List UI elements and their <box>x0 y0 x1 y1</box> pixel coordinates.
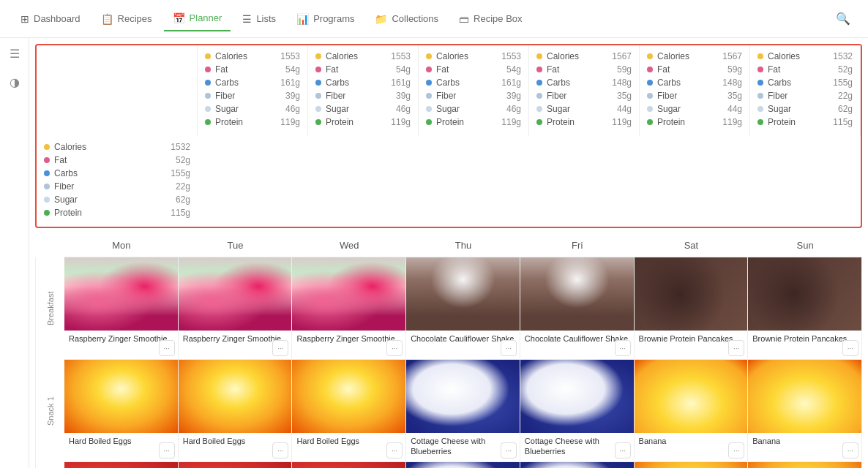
snack2-tue-image <box>179 462 292 468</box>
breakfast-sun-image <box>748 257 861 331</box>
breakfast-sat-image <box>635 257 748 331</box>
sidebar-chart-icon[interactable]: ◑ <box>10 75 20 89</box>
day-header-mon: Mon <box>64 234 179 257</box>
breakfast-thu[interactable]: Chocolate Cauliflower Shake ··· <box>406 257 520 360</box>
breakfast-sun-menu[interactable]: ··· <box>842 340 858 356</box>
search-button[interactable]: 🔍 <box>830 6 856 31</box>
nav-programs[interactable]: 📊 Programs <box>288 7 363 31</box>
snack1-thu-image <box>406 360 520 433</box>
nav-recipes[interactable]: 📋 Recipes <box>92 7 161 31</box>
nav-recipe-box[interactable]: 🗃 Recipe Box <box>450 7 531 31</box>
snack1-tue-menu[interactable]: ··· <box>272 442 288 458</box>
breakfast-row: Breakfast Raspberry Zinger Smoothie ··· … <box>35 257 862 360</box>
breakfast-thu-image <box>406 257 520 331</box>
snack1-mon-menu[interactable]: ··· <box>159 442 175 458</box>
snack1-fri[interactable]: Cottage Cheese with Blueberries ··· <box>520 360 635 462</box>
snack1-tue[interactable]: Hard Boiled Eggs ··· <box>179 360 293 462</box>
snack1-row: Snack 1 Hard Boiled Eggs ··· Hard Boiled… <box>35 360 862 462</box>
snack1-sat-menu[interactable]: ··· <box>728 442 744 458</box>
snack2-sat[interactable]: Hard Boiled Eggs ··· <box>635 462 749 468</box>
breakfast-fri[interactable]: Chocolate Cauliflower Shake ··· <box>520 257 635 360</box>
snack1-thu[interactable]: Cottage Cheese with Blueberries ··· <box>406 360 520 462</box>
snack2-label: Snack 2 <box>35 462 64 468</box>
breakfast-tue-menu[interactable]: ··· <box>272 340 288 356</box>
planner-grid: Mon Tue Wed Thu Fri Sat Sun Breakfast Ra… <box>35 234 862 468</box>
snack2-row: Snack 2 Fresh Strawberries ··· Fresh Str… <box>35 462 862 468</box>
snack1-label: Snack 1 <box>35 360 64 462</box>
breakfast-mon-menu[interactable]: ··· <box>159 340 175 356</box>
breakfast-wed-image <box>292 257 405 331</box>
collections-icon: 📁 <box>375 13 387 25</box>
nutrition-sun: Calories1532 Fat52g Carbs155g Fiber22g S… <box>37 136 198 227</box>
snack1-sat[interactable]: Banana ··· <box>635 360 749 462</box>
day-header-wed: Wed <box>292 234 406 257</box>
snack1-tue-image <box>179 360 292 433</box>
breakfast-fri-image <box>520 257 634 331</box>
snack2-mon-image <box>64 462 178 468</box>
snack2-mon[interactable]: Fresh Strawberries ··· <box>64 462 179 468</box>
snack1-sun[interactable]: Banana ··· <box>748 360 862 462</box>
sidebar-list-icon[interactable]: ☰ <box>10 47 20 61</box>
lists-icon: ☰ <box>242 13 252 25</box>
snack1-wed-menu[interactable]: ··· <box>386 442 403 458</box>
snack2-sun-image <box>748 462 861 468</box>
snack2-wed-image <box>292 462 405 468</box>
snack1-thu-menu[interactable]: ··· <box>501 442 517 458</box>
breakfast-wed[interactable]: Raspberry Zinger Smoothie ··· <box>292 257 406 360</box>
snack1-sun-image <box>748 360 861 433</box>
main-content: ☰ ◑ Calories1553 Fat54g Carbs161g Fiber3… <box>0 38 868 468</box>
breakfast-sat-menu[interactable]: ··· <box>728 340 744 356</box>
nutrition-mon: Calories1553 Fat54g Carbs161g Fiber39g S… <box>198 45 308 136</box>
breakfast-thu-menu[interactable]: ··· <box>501 340 517 356</box>
breakfast-tue-image <box>179 257 292 331</box>
nutrition-tue: Calories1553 Fat54g Carbs161g Fiber39g S… <box>308 45 419 136</box>
snack2-fri[interactable]: Cottage Cheese with Blueberries ··· <box>520 462 635 468</box>
day-headers-row: Mon Tue Wed Thu Fri Sat Sun <box>35 234 862 257</box>
programs-icon: 📊 <box>296 13 309 25</box>
day-header-tue: Tue <box>179 234 293 257</box>
breakfast-fri-menu[interactable]: ··· <box>615 340 631 356</box>
snack2-sun[interactable]: Hard Boiled Eggs ··· <box>748 462 862 468</box>
snack1-fri-menu[interactable]: ··· <box>615 442 631 458</box>
recipes-icon: 📋 <box>101 13 113 25</box>
snack1-wed[interactable]: Hard Boiled Eggs ··· <box>292 360 406 462</box>
breakfast-mon-image <box>64 257 178 331</box>
breakfast-label: Breakfast <box>35 257 64 360</box>
breakfast-mon[interactable]: Raspberry Zinger Smoothie ··· <box>64 257 179 360</box>
snack1-sun-menu[interactable]: ··· <box>842 442 858 458</box>
snack2-tue[interactable]: Fresh Strawberries ··· <box>179 462 293 468</box>
nav-lists[interactable]: ☰ Lists <box>233 7 285 31</box>
day-header-sun: Sun <box>748 234 862 257</box>
snack2-wed[interactable]: Fresh Strawberries ··· <box>292 462 406 468</box>
day-header-sat: Sat <box>635 234 749 257</box>
snack2-thu-image <box>406 462 520 468</box>
snack1-mon-image <box>64 360 178 433</box>
snack1-mon[interactable]: Hard Boiled Eggs ··· <box>64 360 179 462</box>
nutrition-thu: Calories1567 Fat59g Carbs148g Fiber35g S… <box>529 45 640 136</box>
snack2-fri-image <box>520 462 634 468</box>
content-area: Calories1553 Fat54g Carbs161g Fiber39g S… <box>29 38 868 468</box>
breakfast-sat[interactable]: Brownie Protein Pancakes ··· <box>635 257 749 360</box>
nav-collections[interactable]: 📁 Collections <box>366 7 447 31</box>
nutrition-wed: Calories1553 Fat54g Carbs161g Fiber39g S… <box>419 45 529 136</box>
nutrition-spacer <box>37 45 198 136</box>
nutrition-fri: Calories1567 Fat59g Carbs148g Fiber35g S… <box>640 45 750 136</box>
snack1-wed-image <box>292 360 405 433</box>
snack1-fri-image <box>520 360 634 433</box>
snack2-thu[interactable]: Cottage Cheese with Blueberries ··· <box>406 462 520 468</box>
nav-planner[interactable]: 📅 Planner <box>164 7 231 31</box>
nutrition-sat: Calories1532 Fat52g Carbs155g Fiber22g S… <box>750 45 861 136</box>
sidebar: ☰ ◑ <box>0 38 29 468</box>
snack2-sat-image <box>635 462 748 468</box>
breakfast-tue[interactable]: Raspberry Zinger Smoothie ··· <box>179 257 293 360</box>
nav-dashboard[interactable]: ⊞ Dashboard <box>12 7 89 31</box>
day-header-thu: Thu <box>406 234 520 257</box>
nutrition-summary: Calories1553 Fat54g Carbs161g Fiber39g S… <box>35 44 862 228</box>
recipe-box-icon: 🗃 <box>459 13 469 25</box>
breakfast-wed-menu[interactable]: ··· <box>386 340 403 356</box>
snack1-sat-image <box>635 360 748 433</box>
day-header-fri: Fri <box>520 234 635 257</box>
top-nav: ⊞ Dashboard 📋 Recipes 📅 Planner ☰ Lists … <box>0 0 868 38</box>
breakfast-sun[interactable]: Brownie Protein Pancakes ··· <box>748 257 862 360</box>
planner-icon: 📅 <box>173 12 185 24</box>
